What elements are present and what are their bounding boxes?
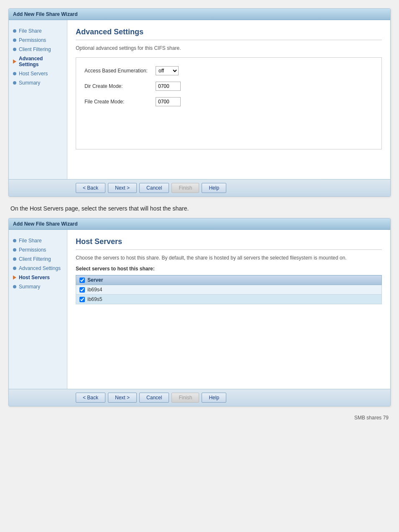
server-row-ib69s5: ib69s5 [76, 295, 382, 304]
table-row: ib69s5 [76, 295, 382, 304]
server-name-ib69s4: ib69s4 [87, 287, 102, 293]
wizard1-title-bar: Add New File Share Wizard [9, 9, 390, 20]
wizard2-footer: < Back Next > Cancel Finish Help [9, 389, 390, 406]
sidebar2-item-host-servers[interactable]: Host Servers [9, 273, 67, 282]
file-create-mode-label: File Create Mode: [84, 99, 156, 105]
sidebar2-label-permissions: Permissions [19, 247, 46, 253]
sidebar-item-host-servers[interactable]: Host Servers [9, 69, 67, 78]
server-table: Server ib69s4 [76, 275, 382, 304]
wizard2-next-button[interactable]: Next > [108, 393, 137, 403]
arrow-icon [13, 275, 16, 280]
server-all-checkbox[interactable] [79, 278, 85, 283]
dot-icon [13, 81, 16, 85]
sidebar-label-advanced-settings: Advanced Settings [19, 56, 63, 67]
sidebar2-label-host-servers: Host Servers [19, 275, 50, 280]
wizard1-content-description: Optional advanced settings for this CIFS… [76, 45, 382, 51]
access-based-enum-row: Access Based Enumeration: off on [84, 66, 373, 75]
wizard1-footer: < Back Next > Cancel Finish Help [9, 179, 390, 196]
wizard2-finish-button[interactable]: Finish [171, 393, 199, 403]
sidebar2-item-advanced-settings[interactable]: Advanced Settings [9, 264, 67, 273]
server-checkbox-ib69s5[interactable] [79, 297, 85, 302]
wizard2-select-label: Select servers to host this share: [76, 266, 382, 272]
server-column-header: Server [87, 277, 103, 283]
sidebar2-item-permissions[interactable]: Permissions [9, 245, 67, 254]
sidebar2-item-summary[interactable]: Summary [9, 282, 67, 291]
wizard2-back-button[interactable]: < Back [76, 393, 105, 403]
wizard1-content-title: Advanced Settings [76, 28, 382, 40]
server-checkbox-ib69s4[interactable] [79, 287, 85, 293]
wizard1-next-button[interactable]: Next > [108, 183, 137, 193]
wizard2-content-description: Choose the servers to host this share. B… [76, 255, 382, 261]
wizard2-help-button[interactable]: Help [202, 393, 226, 403]
wizard1-content: Advanced Settings Optional advanced sett… [67, 20, 390, 179]
wizard2-content-title: Host Servers [76, 237, 382, 250]
sidebar-item-summary[interactable]: Summary [9, 78, 67, 87]
file-create-mode-row: File Create Mode: [84, 97, 373, 106]
dot-icon [13, 285, 16, 288]
sidebar-item-file-share[interactable]: File Share [9, 26, 67, 36]
server-name-ib69s5: ib69s5 [87, 296, 102, 302]
dot-icon [13, 48, 16, 51]
wizard1-settings-box: Access Based Enumeration: off on Dir Cre… [76, 57, 382, 149]
wizard2-content: Host Servers Choose the servers to host … [67, 230, 390, 389]
server-table-header: Server [76, 275, 382, 285]
sidebar-label-client-filtering: Client Filtering [19, 46, 51, 52]
access-based-enum-select[interactable]: off on [156, 66, 179, 75]
wizard2-title-bar: Add New File Share Wizard [9, 218, 390, 230]
sidebar2-label-client-filtering: Client Filtering [19, 256, 51, 262]
wizard2-title: Add New File Share Wizard [13, 221, 78, 227]
dot-icon [13, 248, 16, 252]
wizard2-body: File Share Permissions Client Filtering … [9, 230, 390, 389]
access-based-enum-label: Access Based Enumeration: [84, 68, 156, 74]
dir-create-mode-input[interactable] [156, 82, 181, 91]
wizard2-host-servers: Add New File Share Wizard File Share Per… [8, 218, 391, 406]
wizard2-cancel-button[interactable]: Cancel [139, 393, 169, 403]
sidebar-item-permissions[interactable]: Permissions [9, 36, 67, 45]
sidebar2-label-summary: Summary [19, 284, 40, 290]
sidebar-item-advanced-settings[interactable]: Advanced Settings [9, 54, 67, 69]
dot-icon [13, 257, 16, 261]
wizard1-advanced-settings: Add New File Share Wizard File Share Per… [8, 8, 391, 197]
sidebar-label-host-servers: Host Servers [19, 71, 48, 77]
dot-icon [13, 239, 16, 242]
arrow-icon [13, 59, 16, 64]
sidebar-label-summary: Summary [19, 80, 40, 86]
wizard1-back-button[interactable]: < Back [76, 183, 105, 193]
wizard2-sidebar: File Share Permissions Client Filtering … [9, 230, 67, 389]
file-create-mode-input[interactable] [156, 97, 181, 106]
sidebar2-label-advanced-settings: Advanced Settings [19, 265, 61, 271]
wizard1-sidebar: File Share Permissions Client Filtering … [9, 20, 67, 179]
dot-icon [13, 29, 16, 33]
sidebar2-item-client-filtering[interactable]: Client Filtering [9, 254, 67, 264]
interstitial-text: On the Host Servers page, select the ser… [8, 205, 391, 212]
server-row-ib69s4: ib69s4 [76, 285, 382, 295]
sidebar-item-client-filtering[interactable]: Client Filtering [9, 45, 67, 54]
page-footer: SMB shares 79 [8, 415, 391, 421]
wizard1-finish-button[interactable]: Finish [171, 183, 199, 193]
access-based-enum-wrapper: off on [156, 66, 179, 75]
sidebar-label-permissions: Permissions [19, 37, 46, 43]
sidebar-label-file-share: File Share [19, 28, 42, 34]
wizard1-cancel-button[interactable]: Cancel [139, 183, 169, 193]
wizard1-title: Add New File Share Wizard [13, 11, 78, 17]
dot-icon [13, 72, 16, 75]
sidebar2-label-file-share: File Share [19, 238, 42, 244]
wizard1-body: File Share Permissions Client Filtering … [9, 20, 390, 179]
dir-create-mode-row: Dir Create Mode: [84, 82, 373, 91]
dot-icon [13, 39, 16, 42]
dot-icon [13, 267, 16, 270]
sidebar2-item-file-share[interactable]: File Share [9, 236, 67, 245]
table-row: ib69s4 [76, 285, 382, 295]
dir-create-mode-label: Dir Create Mode: [84, 83, 156, 89]
wizard1-help-button[interactable]: Help [202, 183, 226, 193]
